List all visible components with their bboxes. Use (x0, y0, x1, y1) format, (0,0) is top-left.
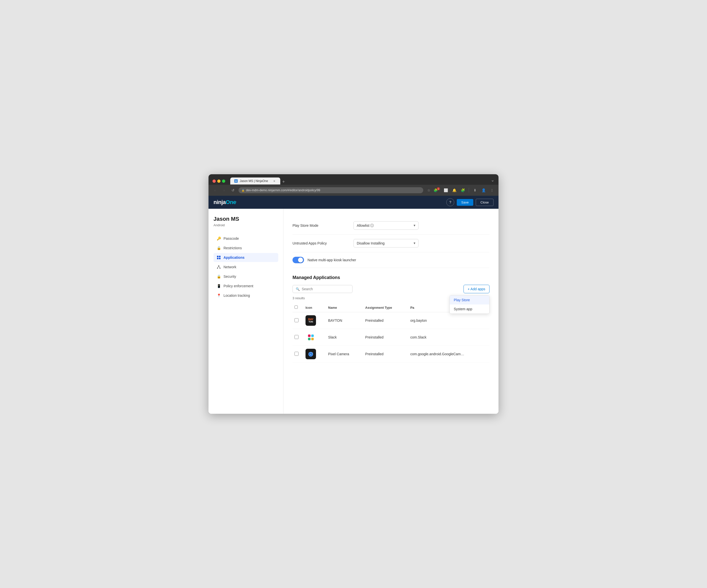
profile-button[interactable]: 👤 (480, 187, 487, 194)
browser-actions: ☆ 🧩1 ⬜ 🔔 🧩 ⬇ 👤 ⋮ (425, 187, 496, 194)
sidebar-item-network[interactable]: Network (213, 263, 278, 272)
sidebar-item-label-restrictions: Restrictions (224, 246, 242, 250)
extensions-button[interactable]: 🧩1 (434, 187, 441, 194)
play-store-mode-control: Allowlist ⓘ Blocklist All apps allowed ▼ (354, 221, 490, 230)
untrusted-apps-row: Untrusted Apps Policy Disallow Installin… (293, 235, 490, 252)
camera-checkbox-cell (293, 346, 303, 362)
notifications-button[interactable]: 🔔 (451, 187, 458, 194)
bookmark-button[interactable]: ☆ (425, 187, 432, 194)
browser-tab-active[interactable]: N Jason MS | NinjaOne ✕ (230, 177, 280, 184)
sidebar-item-restrictions[interactable]: 🔒 Restrictions (213, 243, 278, 252)
forward-button[interactable]: › (221, 187, 228, 194)
applications-icon (216, 255, 221, 260)
sidebar-item-security[interactable]: 🔒 Security (213, 272, 278, 281)
sidebar-item-policy-enforcement[interactable]: 📱 Policy enforcement (213, 281, 278, 290)
app-logo: ninjaOne. (213, 199, 236, 206)
search-icon: 🔍 (296, 287, 300, 291)
table-row: Pixel Camera Preinstalled com.google.and… (293, 346, 490, 362)
new-tab-button[interactable]: + (282, 179, 285, 184)
toggle-slider (293, 257, 304, 263)
apps-toolbar: 🔍 + Add apps Play Store System app (293, 285, 490, 293)
sidebar-item-passcode[interactable]: 🔑 Passcode (213, 234, 278, 243)
lock-icon: 🔒 (241, 189, 244, 192)
toolbar-divider (469, 188, 469, 193)
add-apps-dropdown: Play Store System app (449, 295, 490, 314)
close-button[interactable]: Close (476, 199, 494, 206)
network-icon (216, 265, 221, 269)
refresh-button[interactable]: ↺ (230, 187, 236, 194)
managed-apps-section-title: Managed Applications (293, 275, 490, 280)
sidebar-item-label-passcode: Passcode (224, 237, 239, 241)
select-all-checkbox[interactable] (295, 306, 298, 309)
search-box[interactable]: 🔍 (293, 285, 352, 293)
url-text: dev-mdm-demo.ninjarmm.com/#/editor/andro… (246, 188, 320, 192)
bayton-package: org.bayton (407, 312, 490, 329)
close-traffic-light[interactable] (212, 179, 216, 183)
camera-icon-cell (303, 346, 325, 362)
svg-rect-0 (217, 256, 218, 257)
sidebar-item-applications[interactable]: Applications (213, 253, 278, 262)
kiosk-toggle-row: Native multi-app kiosk launcher (293, 252, 490, 268)
nav-items: 🔑 Passcode 🔒 Restrictions (213, 234, 278, 300)
dropdown-item-system-app[interactable]: System app (450, 305, 489, 313)
puzzle-button[interactable]: 🧩 (459, 187, 466, 194)
col-icon: Icon (303, 303, 325, 312)
app-body: Jason MS Android 🔑 Passcode 🔒 Restrictio… (208, 209, 499, 414)
untrusted-apps-select[interactable]: Disallow Installing Allow Installing All… (354, 239, 418, 247)
camera-icon (305, 349, 316, 359)
table-row: BAY TON BAYTON Preinstalled org.bayton (293, 312, 490, 329)
slack-checkbox-cell (293, 329, 303, 346)
kiosk-toggle-label: Native multi-app kiosk launcher (307, 258, 356, 262)
apps-table-body: BAY TON BAYTON Preinstalled org.bayton (293, 312, 490, 362)
header-actions: ? Save Close (446, 198, 494, 206)
slack-checkbox[interactable] (295, 335, 299, 339)
sidebar: Jason MS Android 🔑 Passcode 🔒 Restrictio… (208, 209, 283, 414)
table-row: Slack Preinstalled com.Slack (293, 329, 490, 346)
tab-title: Jason MS | NinjaOne (240, 179, 268, 183)
main-content: Play Store Mode Allowlist ⓘ Blocklist Al… (283, 209, 499, 414)
browser-controls: N Jason MS | NinjaOne ✕ + ⌄ (212, 177, 495, 185)
kiosk-toggle[interactable] (293, 257, 304, 263)
save-button[interactable]: Save (457, 199, 473, 206)
svg-line-8 (219, 266, 220, 268)
address-bar[interactable]: 🔒 dev-mdm-demo.ninjarmm.com/#/editor/and… (238, 187, 423, 193)
untrusted-apps-label: Untrusted Apps Policy (293, 241, 347, 245)
browser-toolbar: ‹ › ↺ 🔒 dev-mdm-demo.ninjarmm.com/#/edit… (208, 185, 499, 196)
col-name: Name (325, 303, 362, 312)
sidebar-item-label-network: Network (224, 265, 236, 269)
minimize-traffic-light[interactable] (217, 179, 221, 183)
menu-button[interactable]: ⋮ (489, 187, 496, 194)
search-input[interactable] (302, 287, 349, 291)
svg-point-14 (312, 353, 313, 353)
svg-rect-2 (217, 258, 218, 259)
screenshot-button[interactable]: ⬜ (442, 187, 449, 194)
bayton-assignment-type: Preinstalled (362, 312, 407, 329)
bayton-checkbox-cell (293, 312, 303, 329)
extension-badge: 1 (437, 187, 440, 190)
sidebar-item-label-location-tracking: Location tracking (224, 293, 250, 298)
slack-assignment-type: Preinstalled (362, 329, 407, 346)
device-title: Jason MS (213, 216, 278, 222)
sidebar-item-label-security: Security (224, 275, 236, 278)
download-button[interactable]: ⬇ (471, 187, 478, 194)
fullscreen-traffic-light[interactable] (222, 179, 225, 183)
add-apps-button[interactable]: + Add apps (464, 285, 490, 293)
policy-enforcement-icon: 📱 (216, 284, 221, 288)
sidebar-item-label-applications: Applications (224, 255, 244, 260)
camera-checkbox[interactable] (295, 352, 299, 356)
bayton-icon: BAY TON (305, 315, 316, 326)
svg-line-7 (217, 266, 219, 268)
browser-dropdown[interactable]: ⌄ (491, 177, 495, 185)
help-button[interactable]: ? (446, 198, 454, 206)
svg-point-5 (217, 268, 218, 269)
app-container: ninjaOne. ? Save Close Jason MS Android … (208, 196, 499, 414)
slack-package: com.Slack (407, 329, 490, 346)
dropdown-item-play-store[interactable]: Play Store (450, 296, 489, 305)
play-store-mode-select[interactable]: Allowlist ⓘ Blocklist All apps allowed (354, 221, 418, 230)
bayton-checkbox[interactable] (295, 318, 299, 322)
tab-close-button[interactable]: ✕ (272, 179, 276, 183)
svg-point-6 (220, 268, 221, 269)
app-header: ninjaOne. ? Save Close (208, 196, 499, 209)
back-button[interactable]: ‹ (211, 187, 218, 194)
sidebar-item-location-tracking[interactable]: 📍 Location tracking (213, 291, 278, 300)
